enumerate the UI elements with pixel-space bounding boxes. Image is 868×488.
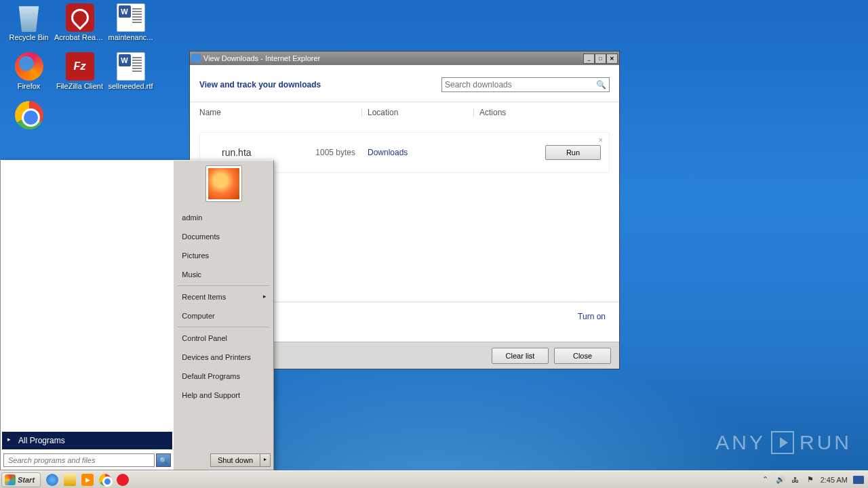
shutdown-button[interactable]: Shut down: [210, 453, 260, 467]
column-headers: Name Location Actions: [190, 102, 619, 123]
system-tray: ⌃ 🔊 🖧 ⚑ 2:45 AM: [757, 475, 868, 485]
window-title: View Downloads - Internet Explorer: [203, 54, 320, 62]
desktop-icon-firefox[interactable]: Firefox: [3, 52, 54, 91]
search-downloads-box[interactable]: 🔍: [441, 77, 610, 92]
tray-clock[interactable]: 2:45 AM: [821, 476, 848, 484]
taskbar: Start ▶ ⌃ 🔊 🖧 ⚑ 2:45 AM: [0, 470, 868, 488]
turn-on-link[interactable]: Turn on: [578, 312, 606, 321]
clear-list-button[interactable]: Clear list: [492, 348, 549, 364]
download-size: 1005 bytes: [293, 148, 355, 157]
search-programs-input[interactable]: [3, 453, 155, 467]
start-item-default-programs[interactable]: Default Programs: [174, 367, 273, 386]
start-item-devices[interactable]: Devices and Printers: [174, 348, 273, 367]
taskbar-ie-icon[interactable]: [46, 474, 58, 486]
start-item-recent[interactable]: Recent Items: [174, 287, 273, 306]
close-window-button[interactable]: Close: [554, 348, 611, 364]
start-item-documents[interactable]: Documents: [174, 227, 273, 246]
titlebar[interactable]: View Downloads - Internet Explorer _ □ ✕: [190, 52, 619, 65]
firefox-icon: [15, 52, 43, 81]
desktop-icon-recycle-bin[interactable]: Recycle Bin: [3, 3, 54, 42]
maximize-button[interactable]: □: [595, 54, 606, 64]
desktop-icon-sellneeded[interactable]: sellneeded.rtf: [105, 52, 156, 91]
play-icon: [771, 431, 794, 454]
start-left-panel: [1, 161, 174, 430]
taskbar-explorer-icon[interactable]: [64, 474, 76, 486]
start-item-music[interactable]: Music: [174, 265, 273, 284]
download-filename: run.hta: [208, 147, 293, 158]
taskbar-opera-icon[interactable]: [117, 474, 129, 486]
watermark: ANY RUN: [715, 431, 852, 454]
start-item-computer[interactable]: Computer: [174, 306, 273, 325]
window-heading: View and track your downloads: [199, 80, 321, 89]
tray-volume-icon[interactable]: 🔊: [776, 475, 785, 485]
taskbar-media-icon[interactable]: ▶: [81, 474, 94, 486]
desktop-icon-chrome[interactable]: [3, 101, 54, 131]
recycle-bin-icon: [15, 3, 43, 32]
run-button[interactable]: Run: [545, 145, 601, 160]
all-programs-item[interactable]: All Programs: [2, 432, 172, 449]
start-right-panel: admin Documents Pictures Music Recent It…: [174, 161, 273, 470]
search-downloads-input[interactable]: [445, 80, 596, 89]
search-go-button[interactable]: 🔍: [156, 453, 171, 467]
download-location-link[interactable]: Downloads: [355, 148, 408, 157]
tray-monitor-icon[interactable]: [853, 476, 864, 484]
ie-icon: [191, 54, 201, 63]
minimize-button[interactable]: _: [583, 54, 595, 64]
col-actions: Actions: [474, 108, 506, 117]
tray-network-icon[interactable]: 🖧: [791, 475, 800, 485]
desktop-icon-filezilla[interactable]: FileZilla Client: [54, 52, 105, 91]
taskbar-chrome-icon[interactable]: [99, 474, 111, 486]
shutdown-options-button[interactable]: ▸: [260, 453, 271, 467]
word-doc-icon: [117, 3, 145, 32]
search-icon[interactable]: 🔍: [596, 80, 606, 89]
remove-download-icon[interactable]: ✕: [598, 137, 604, 144]
user-picture[interactable]: [206, 166, 241, 201]
close-button[interactable]: ✕: [606, 54, 618, 64]
start-item-pictures[interactable]: Pictures: [174, 246, 273, 265]
desktop-icon-maintenance[interactable]: maintenanc...: [105, 3, 156, 42]
acrobat-icon: [66, 3, 94, 32]
start-button[interactable]: Start: [1, 472, 41, 487]
chrome-icon: [15, 101, 43, 129]
start-menu: All Programs 🔍 admin Documents Pictures …: [0, 160, 274, 470]
start-item-help[interactable]: Help and Support: [174, 386, 273, 405]
tray-expand-icon[interactable]: ⌃: [761, 475, 770, 485]
col-name: Name: [199, 108, 362, 117]
start-item-user[interactable]: admin: [174, 208, 273, 227]
desktop-icon-acrobat[interactable]: Acrobat Reader DC: [54, 3, 105, 42]
windows-logo-icon: [5, 474, 16, 485]
tray-flag-icon[interactable]: ⚑: [806, 475, 815, 485]
col-location: Location: [362, 108, 474, 117]
word-doc-icon: [117, 52, 145, 81]
start-item-control-panel[interactable]: Control Panel: [174, 329, 273, 348]
filezilla-icon: [66, 52, 94, 81]
